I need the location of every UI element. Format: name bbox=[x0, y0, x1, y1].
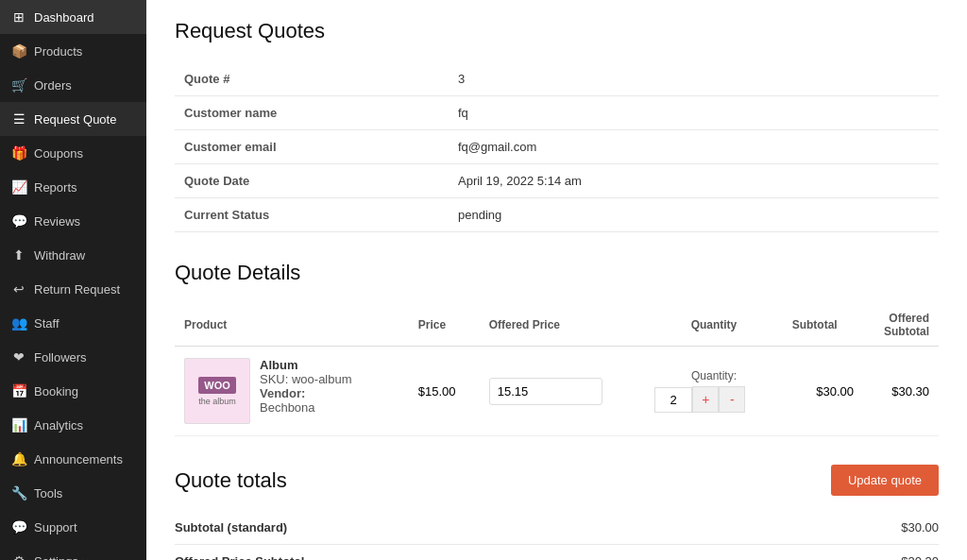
sidebar-label-announcements: Announcements bbox=[34, 452, 123, 467]
quantity-cell: Quantity: + - bbox=[645, 347, 782, 436]
sidebar-item-analytics[interactable]: 📊 Analytics bbox=[0, 408, 146, 442]
info-value: fq bbox=[458, 96, 939, 130]
product-vendor: Vendor: Bechbona bbox=[260, 386, 352, 415]
sidebar-item-settings[interactable]: ⚙ Settings › bbox=[0, 544, 146, 560]
main-content: Request Quotes Quote #3Customer namefqCu… bbox=[146, 0, 967, 560]
totals-table: Subtotal (standard)$30.00Offered Price S… bbox=[175, 511, 939, 560]
totals-row: Offered Price Subtotal$30.30 bbox=[175, 545, 939, 561]
sidebar-nav: ⊞ Dashboard 📦 Products 🛒 Orders ☰ Reques… bbox=[0, 0, 146, 560]
reports-icon: 📈 bbox=[11, 179, 26, 195]
product-cell: WOO the album Album SKU: woo-album Vendo… bbox=[175, 347, 409, 436]
followers-icon: ❤ bbox=[11, 349, 26, 365]
settings-icon: ⚙ bbox=[11, 553, 26, 560]
product-price: $15.00 bbox=[409, 347, 480, 436]
sidebar-label-orders: Orders bbox=[34, 78, 72, 93]
sidebar-item-announcements[interactable]: 🔔 Announcements bbox=[0, 442, 146, 476]
info-label: Current Status bbox=[175, 198, 458, 232]
col-header-product: Product bbox=[175, 304, 409, 347]
request-quote-icon: ☰ bbox=[11, 111, 26, 127]
product-name: Album bbox=[260, 358, 352, 372]
offered-price-cell bbox=[480, 347, 646, 436]
quote-details-title: Quote Details bbox=[175, 261, 939, 285]
info-label: Customer email bbox=[175, 130, 458, 164]
quote-row: WOO the album Album SKU: woo-album Vendo… bbox=[175, 347, 939, 436]
offered-price-input[interactable] bbox=[489, 378, 602, 405]
totals-label: Subtotal (standard) bbox=[175, 511, 767, 545]
info-row: Customer namefq bbox=[175, 96, 939, 130]
sidebar-label-request-quote: Request Quote bbox=[34, 112, 116, 127]
return-request-icon: ↩ bbox=[11, 281, 26, 297]
info-label: Customer name bbox=[175, 96, 458, 130]
product-image: WOO the album bbox=[184, 358, 250, 424]
info-value: pending bbox=[458, 198, 939, 232]
sidebar-label-followers: Followers bbox=[34, 350, 87, 365]
quantity-minus-button[interactable]: - bbox=[719, 386, 745, 413]
sidebar-item-tools[interactable]: 🔧 Tools bbox=[0, 476, 146, 510]
orders-icon: 🛒 bbox=[11, 77, 26, 93]
sidebar-item-followers[interactable]: ❤ Followers bbox=[0, 340, 146, 374]
support-icon: 💬 bbox=[11, 519, 26, 535]
analytics-icon: 📊 bbox=[11, 417, 26, 433]
sidebar-item-return-request[interactable]: ↩ Return Request bbox=[0, 272, 146, 306]
products-icon: 📦 bbox=[11, 43, 26, 59]
info-label: Quote # bbox=[175, 62, 458, 96]
sidebar-item-reviews[interactable]: 💬 Reviews bbox=[0, 204, 146, 238]
info-row: Quote #3 bbox=[175, 62, 939, 96]
sidebar-item-orders[interactable]: 🛒 Orders bbox=[0, 68, 146, 102]
quantity-plus-button[interactable]: + bbox=[692, 386, 719, 413]
sidebar-item-reports[interactable]: 📈 Reports bbox=[0, 170, 146, 204]
sidebar-item-staff[interactable]: 👥 Staff bbox=[0, 306, 146, 340]
sidebar-label-dashboard: Dashboard bbox=[34, 10, 94, 25]
announcements-icon: 🔔 bbox=[11, 451, 26, 467]
sidebar-label-settings: Settings › bbox=[34, 554, 86, 561]
reviews-icon: 💬 bbox=[11, 213, 26, 229]
quantity-control: + - bbox=[654, 386, 772, 413]
sidebar-item-booking[interactable]: 📅 Booking bbox=[0, 374, 146, 408]
sidebar-label-products: Products bbox=[34, 44, 82, 59]
quote-totals-title: Quote totals bbox=[175, 468, 287, 493]
info-value: April 19, 2022 5:14 am bbox=[458, 164, 939, 198]
sidebar-label-analytics: Analytics bbox=[34, 418, 83, 433]
sidebar: ⊞ Dashboard 📦 Products 🛒 Orders ☰ Reques… bbox=[0, 0, 146, 560]
info-row: Customer emailfq@gmail.com bbox=[175, 130, 939, 164]
sidebar-item-products[interactable]: 📦 Products bbox=[0, 34, 146, 68]
col-header-quantity: Quantity bbox=[645, 304, 782, 347]
subtotal-cell: $30.00 bbox=[783, 347, 863, 436]
quantity-input[interactable] bbox=[654, 387, 692, 413]
sidebar-item-coupons[interactable]: 🎁 Coupons bbox=[0, 136, 146, 170]
col-header-price: Price bbox=[409, 304, 480, 347]
quantity-label: Quantity: bbox=[654, 369, 772, 382]
col-header-offered-subtotal: Offered Subtotal bbox=[863, 304, 939, 347]
quote-info-table: Quote #3Customer namefqCustomer emailfq@… bbox=[175, 62, 939, 232]
sidebar-label-staff: Staff bbox=[34, 316, 59, 331]
info-row: Current Statuspending bbox=[175, 198, 939, 232]
staff-icon: 👥 bbox=[11, 315, 26, 331]
sidebar-item-request-quote[interactable]: ☰ Request Quote bbox=[0, 102, 146, 136]
sidebar-label-withdraw: Withdraw bbox=[34, 248, 85, 263]
sidebar-label-return-request: Return Request bbox=[34, 282, 120, 297]
sidebar-label-reviews: Reviews bbox=[34, 214, 80, 229]
sidebar-label-support: Support bbox=[34, 520, 77, 535]
coupons-icon: 🎁 bbox=[11, 145, 26, 161]
col-header-subtotal: Subtotal bbox=[783, 304, 863, 347]
woo-logo: WOO bbox=[198, 377, 236, 394]
quote-totals-header: Quote totals Update quote bbox=[175, 465, 939, 496]
quote-details-table: ProductPriceOffered PriceQuantitySubtota… bbox=[175, 304, 939, 436]
album-subtitle: the album bbox=[198, 397, 236, 406]
info-row: Quote DateApril 19, 2022 5:14 am bbox=[175, 164, 939, 198]
product-info-cell: WOO the album Album SKU: woo-album Vendo… bbox=[184, 358, 399, 424]
update-quote-button[interactable]: Update quote bbox=[831, 465, 939, 496]
sidebar-item-support[interactable]: 💬 Support bbox=[0, 510, 146, 544]
tools-icon: 🔧 bbox=[11, 485, 26, 501]
sidebar-item-withdraw[interactable]: ⬆ Withdraw bbox=[0, 238, 146, 272]
product-details: Album SKU: woo-album Vendor: Bechbona bbox=[260, 358, 352, 415]
info-value: 3 bbox=[458, 62, 939, 96]
product-sku: SKU: woo-album bbox=[260, 372, 352, 386]
sidebar-item-dashboard[interactable]: ⊞ Dashboard bbox=[0, 0, 146, 34]
booking-icon: 📅 bbox=[11, 383, 26, 399]
withdraw-icon: ⬆ bbox=[11, 247, 26, 263]
totals-value: $30.00 bbox=[767, 511, 939, 545]
totals-row: Subtotal (standard)$30.00 bbox=[175, 511, 939, 545]
col-header-offered-price: Offered Price bbox=[480, 304, 646, 347]
sidebar-label-tools: Tools bbox=[34, 486, 62, 501]
